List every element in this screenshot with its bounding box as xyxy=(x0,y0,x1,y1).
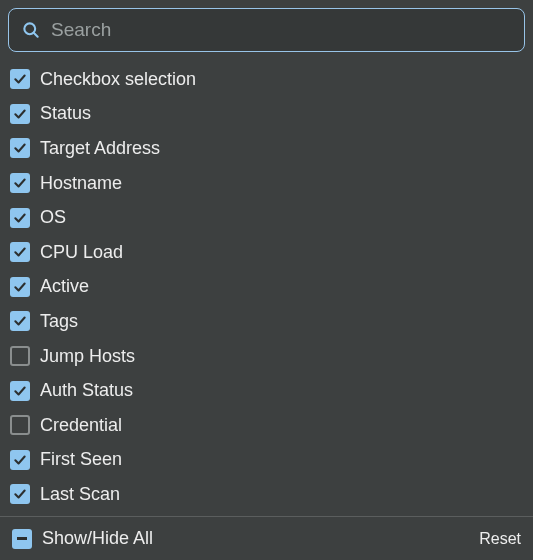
list-item-label: Checkbox selection xyxy=(40,69,196,90)
list-item[interactable]: Checkbox selection xyxy=(10,62,523,97)
list-item[interactable]: OS xyxy=(10,200,523,235)
checkbox-checked-icon xyxy=(10,381,30,401)
checkbox-checked-icon xyxy=(10,277,30,297)
list-item-label: Auth Status xyxy=(40,380,133,401)
list-item-label: Target Address xyxy=(40,138,160,159)
checkbox-checked-icon xyxy=(10,311,30,331)
checkbox-unchecked-icon xyxy=(10,415,30,435)
search-icon xyxy=(21,20,41,40)
checkbox-checked-icon xyxy=(10,173,30,193)
checkbox-unchecked-icon xyxy=(10,346,30,366)
list-item[interactable]: Hostname xyxy=(10,166,523,201)
svg-line-1 xyxy=(34,33,38,37)
reset-button[interactable]: Reset xyxy=(479,530,521,548)
list-item-label: Tags xyxy=(40,311,78,332)
list-item-label: Jump Hosts xyxy=(40,346,135,367)
list-item[interactable]: Credential xyxy=(10,408,523,443)
list-item[interactable]: Active xyxy=(10,270,523,305)
checkbox-checked-icon xyxy=(10,450,30,470)
list-item[interactable]: Auth Status xyxy=(10,373,523,408)
list-item[interactable]: Jump Hosts xyxy=(10,339,523,374)
checkbox-checked-icon xyxy=(10,104,30,124)
checkbox-checked-icon xyxy=(10,484,30,504)
list-item[interactable]: Status xyxy=(10,97,523,132)
list-item[interactable]: Target Address xyxy=(10,131,523,166)
search-container[interactable] xyxy=(8,8,525,52)
show-hide-all-toggle[interactable]: Show/Hide All xyxy=(12,528,153,549)
list-item[interactable]: First Seen xyxy=(10,443,523,478)
search-input[interactable] xyxy=(51,19,512,41)
list-item-label: OS xyxy=(40,207,66,228)
footer-bar: Show/Hide All Reset xyxy=(0,516,533,560)
list-item[interactable]: Last Scan xyxy=(10,477,523,512)
list-item-label: Last Scan xyxy=(40,484,120,505)
list-item-label: Status xyxy=(40,103,91,124)
list-item-label: Hostname xyxy=(40,173,122,194)
column-list: Checkbox selectionStatusTarget AddressHo… xyxy=(0,52,533,516)
show-hide-all-label: Show/Hide All xyxy=(42,528,153,549)
checkbox-checked-icon xyxy=(10,242,30,262)
list-item[interactable]: Tags xyxy=(10,304,523,339)
list-item-label: Active xyxy=(40,276,89,297)
checkbox-checked-icon xyxy=(10,138,30,158)
indeterminate-checkbox-icon xyxy=(12,529,32,549)
list-item-label: CPU Load xyxy=(40,242,123,263)
checkbox-checked-icon xyxy=(10,69,30,89)
list-item[interactable]: CPU Load xyxy=(10,235,523,270)
checkbox-checked-icon xyxy=(10,208,30,228)
list-item-label: Credential xyxy=(40,415,122,436)
list-item-label: First Seen xyxy=(40,449,122,470)
